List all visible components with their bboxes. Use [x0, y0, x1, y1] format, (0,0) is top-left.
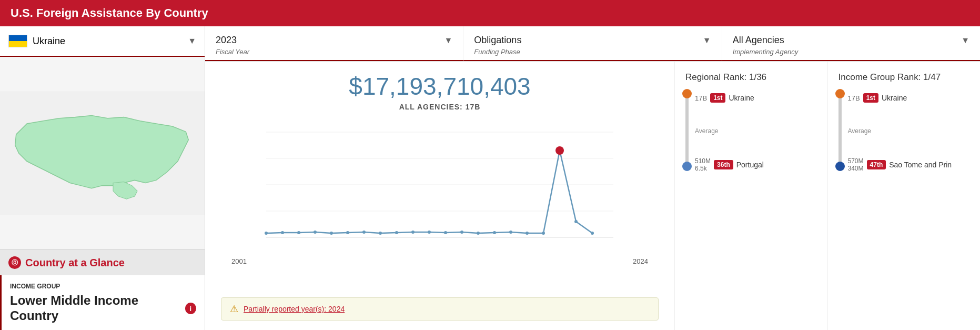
svg-point-12 [362, 231, 366, 234]
income-rank-top-row: 17B 1st Ukraine [848, 93, 952, 103]
chart-main: $17,193,710,403 ALL AGENCIES: 17B [205, 62, 675, 330]
svg-point-20 [493, 231, 496, 234]
regional-rank-bottom-amount1: 510M [695, 157, 711, 165]
income-rank-title: Income Group Rank: 1/47 [838, 72, 970, 83]
implementing-agency-label: Implementing Agency [733, 48, 969, 56]
sidebar: Ukraine ▼ ⓪ Country at a Glance Income G… [0, 26, 205, 330]
partial-link[interactable]: Partially reported year(s): 2024 [244, 305, 345, 313]
country-name: Ukraine [33, 36, 183, 47]
fiscal-year-filter[interactable]: 2023 ▼ Fiscal Year [205, 26, 463, 61]
fiscal-year-value: 2023 [216, 35, 237, 46]
svg-point-9 [314, 231, 317, 234]
country-glance-header: ⓪ Country at a Glance [0, 249, 205, 275]
svg-point-18 [460, 231, 463, 234]
glance-title: Country at a Glance [25, 257, 125, 269]
funding-phase-value: Obligations [474, 35, 521, 46]
implementing-agency-value: All Agencies [733, 35, 784, 46]
map-area [0, 57, 205, 249]
svg-point-8 [297, 231, 300, 234]
svg-point-10 [330, 232, 333, 235]
line-chart [221, 122, 659, 253]
regional-rank-section: 17B 1st Ukraine Average 510M 6.5k 36th [685, 93, 817, 172]
glance-icon: ⓪ [8, 256, 21, 269]
funding-phase-chevron-icon: ▼ [703, 36, 711, 45]
partial-notice: ⚠ Partially reported year(s): 2024 [221, 297, 659, 321]
rank-panels: Regional Rank: 1/36 17B [675, 62, 980, 330]
chart-years: 2001 2024 [221, 257, 659, 265]
regional-rank-bottom-badge: 36th [714, 160, 733, 169]
income-rank-bottom-country: Sao Tome and Prin [889, 161, 952, 169]
regional-rank-bottom-row: 510M 6.5k 36th Portugal [695, 157, 764, 172]
regional-rank-top-country: Ukraine [729, 94, 754, 102]
income-rank-average-label: Average [848, 127, 952, 135]
income-rank-bottom-row: 570M 340M 47th Sao Tome and Prin [848, 157, 952, 172]
income-rank-section: 17B 1st Ukraine Average 570M 340M 47th [838, 93, 970, 172]
income-rank-labels: 17B 1st Ukraine Average 570M 340M 47th [848, 93, 952, 172]
svg-point-15 [411, 231, 415, 234]
svg-point-14 [395, 231, 398, 234]
year-end: 2024 [633, 257, 648, 265]
svg-point-23 [542, 232, 545, 235]
svg-point-22 [526, 232, 529, 235]
svg-point-7 [281, 231, 284, 234]
fiscal-year-label: Fiscal Year [216, 48, 452, 56]
chart-section: $17,193,710,403 ALL AGENCIES: 17B [205, 62, 980, 330]
info-icon[interactable]: i [185, 303, 196, 314]
income-group-label: Income Group [10, 283, 196, 290]
income-rank-top-country: Ukraine [882, 94, 907, 102]
flag-bottom [9, 41, 27, 47]
income-group-section: Income Group Lower Middle Income Country… [0, 275, 205, 330]
warning-icon: ⚠ [230, 303, 238, 315]
funding-phase-filter[interactable]: Obligations ▼ Funding Phase [463, 26, 722, 61]
country-selector[interactable]: Ukraine ▼ [0, 26, 205, 57]
chart-container: 2001 2024 [221, 122, 659, 292]
implementing-agency-filter[interactable]: All Agencies ▼ Implementing Agency [722, 26, 980, 61]
fiscal-year-chevron-icon: ▼ [444, 36, 452, 45]
chart-amount: $17,193,710,403 [349, 72, 530, 101]
funding-phase-label: Funding Phase [474, 48, 711, 56]
income-group-value-row: Lower Middle Income Country i [10, 293, 196, 324]
svg-point-24 [555, 146, 564, 155]
income-rank-bottom-badge: 47th [867, 160, 886, 169]
svg-point-17 [444, 231, 447, 234]
regional-rank-top-badge: 1st [710, 93, 725, 103]
regional-rank-top-amount: 17B [695, 94, 707, 102]
svg-point-6 [265, 232, 268, 235]
regional-rank-panel: Regional Rank: 1/36 17B [675, 62, 828, 330]
content-area: 2023 ▼ Fiscal Year Obligations ▼ Funding… [205, 26, 980, 330]
regional-rank-title: Regional Rank: 1/36 [685, 72, 817, 83]
income-rank-bottom-amount2: 340M [848, 165, 864, 172]
income-rank-bottom-amount1: 570M [848, 157, 864, 165]
income-rank-top-badge: 1st [863, 93, 878, 103]
chart-agencies-label: ALL AGENCIES: 17B [399, 103, 481, 111]
svg-point-25 [574, 220, 578, 223]
flag-top [9, 35, 27, 41]
regional-rank-top-row: 17B 1st Ukraine [695, 93, 764, 103]
implementing-agency-chevron-icon: ▼ [961, 36, 969, 45]
regional-rank-bottom-country: Portugal [736, 161, 764, 169]
country-flag [8, 35, 27, 47]
income-rank-track [838, 93, 842, 167]
svg-point-11 [346, 231, 349, 234]
income-rank-panel: Income Group Rank: 1/47 17B [828, 62, 981, 330]
svg-point-26 [591, 232, 594, 235]
ukraine-map-svg [0, 57, 205, 249]
regional-rank-average-label: Average [695, 127, 764, 135]
country-dropdown-icon: ▼ [188, 36, 196, 46]
svg-point-21 [509, 231, 512, 234]
income-rank-top-amount: 17B [848, 94, 860, 102]
regional-rank-labels: 17B 1st Ukraine Average 510M 6.5k 36th [695, 93, 764, 172]
svg-point-16 [428, 231, 431, 234]
page-header: U.S. Foreign Assistance By Country [0, 0, 980, 26]
year-start: 2001 [231, 257, 247, 265]
svg-point-19 [477, 232, 480, 235]
page-title: U.S. Foreign Assistance By Country [11, 6, 208, 19]
regional-rank-bottom-amount2: 6.5k [695, 165, 711, 172]
svg-point-13 [379, 232, 382, 235]
filter-bar: 2023 ▼ Fiscal Year Obligations ▼ Funding… [205, 26, 980, 62]
income-group-text: Lower Middle Income Country [10, 293, 185, 324]
regional-rank-track [685, 93, 689, 167]
